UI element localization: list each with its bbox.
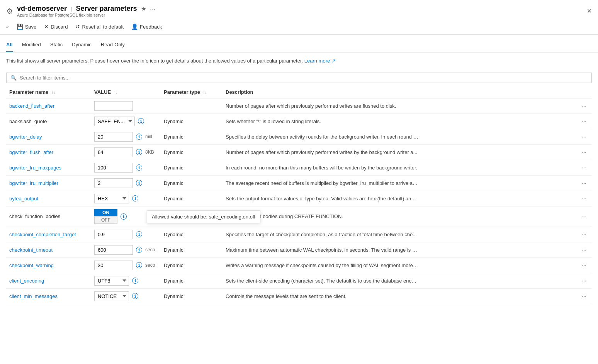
param-description: The average recent need of buffers is mu… xyxy=(226,180,419,186)
col-header-name[interactable]: Parameter name ↑↓ xyxy=(6,86,91,98)
param-value-input[interactable] xyxy=(94,163,133,173)
param-value-input[interactable] xyxy=(94,245,133,255)
param-name-link[interactable]: backend_flush_after xyxy=(9,103,54,109)
close-button[interactable]: ✕ xyxy=(587,7,592,15)
param-value-dropdown[interactable]: UTF8 xyxy=(94,276,129,286)
param-more-options[interactable]: ··· xyxy=(579,133,589,141)
param-info-icon[interactable]: ℹ xyxy=(136,231,142,237)
param-info-icon[interactable]: ℹ xyxy=(132,278,138,284)
more-icon[interactable]: ··· xyxy=(150,6,156,12)
param-value-input[interactable] xyxy=(94,261,133,270)
param-more-options[interactable]: ··· xyxy=(579,117,589,125)
tab-static[interactable]: Static xyxy=(50,39,63,52)
param-value-dropdown[interactable]: NOTICE xyxy=(94,291,129,301)
table-row: bgwriter_lru_maxpagesℹDynamicIn each rou… xyxy=(6,160,592,175)
param-type-cell: Dynamic xyxy=(161,242,223,257)
param-desc-cell: Specifies the delay between activity rou… xyxy=(223,129,592,144)
param-more-options[interactable]: ··· xyxy=(579,164,589,171)
expand-sidebar-icon[interactable]: » xyxy=(6,24,9,29)
discard-button[interactable]: ✕ Discard xyxy=(41,22,71,31)
tab-readonly[interactable]: Read-Only xyxy=(101,39,125,52)
learn-more-link[interactable]: Learn more ↗ xyxy=(304,58,336,64)
search-box: 🔍 xyxy=(6,73,592,83)
param-description: Specifies the target of checkpoint compl… xyxy=(226,232,417,237)
table-row: checkpoint_timeoutℹsecoDynamicMaximum ti… xyxy=(6,242,592,257)
param-value-input[interactable] xyxy=(94,132,133,142)
param-more-options[interactable]: ··· xyxy=(579,292,589,300)
tab-all[interactable]: All xyxy=(6,39,13,52)
table-row: backend_flush_afterNumber of pages after… xyxy=(6,98,592,113)
param-info-icon[interactable]: ℹ xyxy=(121,213,127,220)
param-more-options[interactable]: ··· xyxy=(579,261,589,269)
param-info-icon[interactable]: ℹ xyxy=(132,293,138,299)
tab-dynamic[interactable]: Dynamic xyxy=(72,39,92,52)
param-value-input[interactable] xyxy=(94,178,133,188)
param-description: Writes a warning message if checkpoints … xyxy=(226,262,419,268)
info-text: This list shows all server parameters. P… xyxy=(6,58,303,64)
param-toggle[interactable]: ONOFF xyxy=(94,209,117,224)
param-info-icon[interactable]: ℹ xyxy=(136,149,142,155)
param-value-cell: UTF8ℹ xyxy=(91,273,161,288)
param-name-link[interactable]: client_min_messages xyxy=(9,293,58,299)
tab-modified[interactable]: Modified xyxy=(22,39,41,52)
param-info-icon[interactable]: ℹ xyxy=(136,247,142,253)
param-info-icon[interactable]: ℹ xyxy=(138,118,144,124)
reset-icon: ↺ xyxy=(75,24,80,30)
param-info-icon[interactable]: ℹ xyxy=(136,134,142,140)
param-more-options[interactable]: ··· xyxy=(579,102,589,110)
param-value-cell: ℹseco xyxy=(91,257,161,273)
reset-button[interactable]: ↺ Reset all to default xyxy=(72,22,127,31)
param-value-dropdown[interactable]: SAFE_EN... xyxy=(94,117,135,126)
param-name-link[interactable]: checkpoint_completion_target xyxy=(9,232,76,237)
feedback-label: Feedback xyxy=(140,24,162,30)
param-name-cell: checkpoint_timeout xyxy=(6,242,91,257)
feedback-button[interactable]: 👤 Feedback xyxy=(128,22,165,31)
discard-label: Discard xyxy=(51,24,68,30)
param-description: Controls the message levels that are sen… xyxy=(226,293,347,299)
params-table: Parameter name ↑↓ VALUE ↑↓ Parameter typ… xyxy=(6,86,592,304)
param-name-link[interactable]: checkpoint_warning xyxy=(9,262,54,268)
param-name-link[interactable]: checkpoint_timeout xyxy=(9,247,53,253)
param-desc-cell: Writes a warning message if checkpoints … xyxy=(223,257,592,273)
param-info-icon[interactable]: ℹ xyxy=(136,164,142,171)
toggle-on-button[interactable]: ON xyxy=(94,209,117,216)
param-info-icon[interactable]: ℹ xyxy=(136,262,142,268)
server-name: vd-demoserver xyxy=(17,5,67,13)
param-value-cell: NOTICEℹ xyxy=(91,288,161,304)
col-header-value[interactable]: VALUE ↑↓ xyxy=(91,86,161,98)
param-name-link[interactable]: bgwriter_flush_after xyxy=(9,149,53,155)
param-desc-cell: Number of pages after which previously p… xyxy=(223,98,592,113)
save-button[interactable]: 💾 Save xyxy=(14,22,40,31)
star-icon[interactable]: ★ xyxy=(141,5,146,12)
param-name-link[interactable]: bgwriter_delay xyxy=(9,134,42,140)
search-input[interactable] xyxy=(20,75,588,81)
param-description: Number of pages after which previously p… xyxy=(226,149,417,155)
param-unit: seco xyxy=(145,262,155,268)
param-more-options[interactable]: ··· xyxy=(579,230,589,238)
param-name-link[interactable]: bgwriter_lru_multiplier xyxy=(9,180,58,186)
param-name-link[interactable]: bgwriter_lru_maxpages xyxy=(9,165,61,171)
param-value-input[interactable] xyxy=(94,101,133,111)
toggle-off-button[interactable]: OFF xyxy=(94,216,117,224)
param-more-options[interactable]: ··· xyxy=(579,148,589,156)
param-name-link[interactable]: bytea_output xyxy=(9,196,38,201)
param-more-options[interactable]: ··· xyxy=(579,277,589,284)
table-row: bytea_outputHEXℹDynamicSets the output f… xyxy=(6,191,592,206)
param-description: Specifies the delay between activity rou… xyxy=(226,134,419,140)
param-more-options[interactable]: ··· xyxy=(579,213,589,220)
param-name-cell: bgwriter_lru_maxpages xyxy=(6,160,91,175)
param-value-input[interactable] xyxy=(94,147,133,157)
param-name-link[interactable]: client_encoding xyxy=(9,278,44,284)
sort-type-icon: ↑↓ xyxy=(203,90,207,95)
param-value-dropdown[interactable]: HEX xyxy=(94,194,129,203)
param-more-options[interactable]: ··· xyxy=(579,179,589,187)
param-value-input[interactable] xyxy=(94,230,133,239)
param-type-cell: Dynamic xyxy=(161,144,223,160)
param-desc-cell: Sets the client-side encoding (character… xyxy=(223,273,592,288)
param-value-cell xyxy=(91,98,161,113)
param-info-icon[interactable]: ℹ xyxy=(136,180,142,186)
param-more-options[interactable]: ··· xyxy=(579,246,589,254)
col-header-type[interactable]: Parameter type ↑↓ xyxy=(161,86,223,98)
param-info-icon[interactable]: ℹ xyxy=(132,195,138,201)
param-more-options[interactable]: ··· xyxy=(579,195,589,202)
